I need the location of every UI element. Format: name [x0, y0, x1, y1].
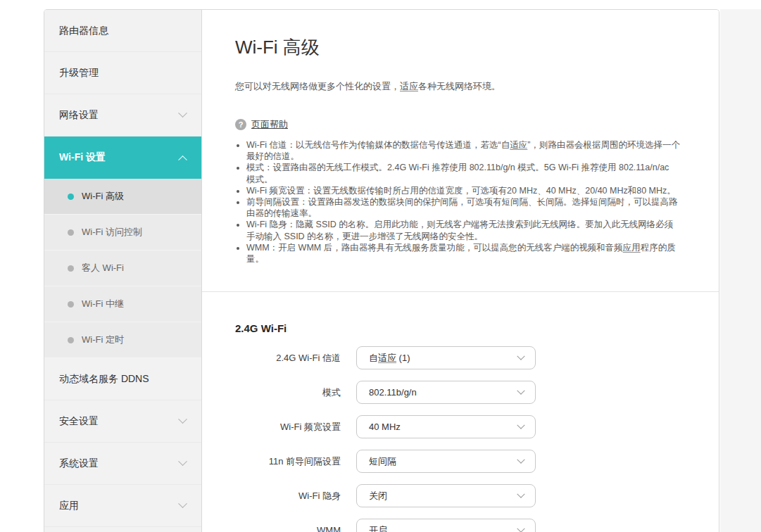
help-bullet: Wi-Fi 信道：以无线信号作为传输媒体的数据信号传送通道，若选“自适应”，则路…	[246, 139, 680, 162]
sidebar-item-label: 安全设置	[59, 415, 99, 428]
chevron-down-icon	[517, 421, 524, 429]
sidebar-item-label: 应用	[59, 500, 79, 512]
sidebar-subitem-wifi-advanced[interactable]: Wi-Fi 高级	[44, 179, 201, 215]
sidebar-item-label: 系统设置	[59, 457, 99, 470]
select-value: 40 MHz	[369, 422, 401, 432]
sidebar-subitem-wifi-repeater[interactable]: Wi-Fi 中继	[44, 286, 201, 322]
sidebar-item-network-settings[interactable]: 网络设置	[44, 94, 201, 137]
chevron-up-icon	[178, 155, 187, 164]
page-help: ? 页面帮助	[235, 118, 686, 131]
sidebar-subitem-label: Wi-Fi 高级	[82, 190, 124, 203]
field-label: Wi-Fi 频宽设置	[235, 421, 341, 433]
dot-icon	[68, 265, 74, 272]
active-dot-icon	[68, 194, 74, 200]
chevron-down-icon	[517, 490, 524, 498]
stealth-select[interactable]: 关闭	[356, 484, 536, 507]
chevron-down-icon	[517, 352, 524, 360]
sidebar: 路由器信息 升级管理 网络设置 Wi-Fi 设置 Wi-Fi 高级 Wi-Fi …	[44, 10, 202, 532]
sidebar-item-label: 动态域名服务 DDNS	[59, 373, 149, 386]
wifi-24g-section: 2.4G Wi-Fi 2.4G Wi-Fi 信道 自适应 (1) 模式 802.…	[202, 291, 719, 532]
chevron-down-icon	[178, 414, 187, 424]
chevron-down-icon	[517, 524, 524, 532]
help-bullet: Wi-Fi 频宽设置：设置无线数据传输时所占用的信道宽度，可选项有20 MHz、…	[246, 185, 680, 196]
field-row-channel: 2.4G Wi-Fi 信道 自适应 (1)	[235, 346, 686, 369]
help-bullet: 模式：设置路由器的无线工作模式。2.4G Wi-Fi 推荐使用 802.11b/…	[246, 162, 680, 184]
page-help-link[interactable]: 页面帮助	[251, 118, 288, 131]
sidebar-subitem-label: Wi-Fi 中继	[82, 298, 124, 310]
sidebar-subitem-guest-wifi[interactable]: 客人 Wi-Fi	[44, 251, 201, 286]
sidebar-subitem-wifi-access-control[interactable]: Wi-Fi 访问控制	[44, 215, 201, 251]
inline-term-link: 适应	[378, 353, 396, 363]
chevron-down-icon	[178, 499, 187, 508]
sidebar-item-label: 路由器信息	[59, 25, 108, 37]
chevron-down-icon	[178, 108, 187, 118]
select-value: 关闭	[369, 490, 387, 502]
wmm-select[interactable]: 开启	[356, 519, 536, 532]
sidebar-item-wifi-settings[interactable]: Wi-Fi 设置	[44, 137, 201, 179]
sidebar-item-label: Wi-Fi 设置	[59, 151, 106, 164]
field-row-stealth: Wi-Fi 隐身 关闭	[235, 484, 686, 507]
dot-icon	[68, 337, 74, 343]
select-value: 开启	[369, 524, 387, 532]
help-bullet-list: Wi-Fi 信道：以无线信号作为传输媒体的数据信号传送通道，若选“自适应”，则路…	[235, 139, 680, 265]
field-label: 11n 前导间隔设置	[235, 455, 341, 468]
sidebar-item-label: 升级管理	[59, 67, 99, 80]
sidebar-subitem-label: Wi-Fi 定时	[82, 334, 124, 346]
inline-term-link[interactable]: 应用	[623, 243, 641, 253]
sidebar-item-system-settings[interactable]: 系统设置	[44, 443, 201, 485]
field-row-guard-interval: 11n 前导间隔设置 短间隔	[235, 450, 686, 473]
sidebar-subitem-label: Wi-Fi 访问控制	[82, 226, 142, 239]
select-value: 短间隔	[369, 455, 396, 468]
channel-select[interactable]: 自适应 (1)	[356, 346, 536, 369]
field-row-bandwidth: Wi-Fi 频宽设置 40 MHz	[235, 415, 686, 438]
dot-icon	[68, 229, 74, 236]
page-title: Wi-Fi 高级	[235, 36, 686, 58]
field-row-wmm: WMM 开启	[235, 519, 686, 532]
dot-icon	[68, 301, 74, 308]
sidebar-item-applications[interactable]: 应用	[44, 485, 201, 527]
guard-interval-select[interactable]: 短间隔	[356, 450, 536, 473]
page-description: 您可以对无线网络做更多个性化的设置，适应各种无线网络环境。	[235, 80, 686, 93]
sidebar-item-upgrade[interactable]: 升级管理	[44, 52, 201, 94]
field-label: 2.4G Wi-Fi 信道	[235, 352, 341, 365]
field-label: Wi-Fi 隐身	[235, 490, 341, 502]
select-value: 802.11b/g/n	[369, 387, 417, 398]
sidebar-subitem-label: 客人 Wi-Fi	[82, 262, 124, 274]
help-icon: ?	[235, 119, 246, 130]
help-bullet: 前导间隔设置：设置路由器发送的数据块间的保护间隔，可选项有短间隔、长间隔。选择短…	[246, 196, 680, 219]
sidebar-item-ddns[interactable]: 动态域名服务 DDNS	[44, 358, 201, 400]
chevron-down-icon	[517, 386, 524, 394]
mode-select[interactable]: 802.11b/g/n	[356, 381, 536, 404]
select-value: 自适应 (1)	[369, 352, 410, 365]
chevron-down-icon	[517, 455, 524, 463]
sidebar-item-router-info[interactable]: 路由器信息	[44, 10, 201, 52]
field-row-mode: 模式 802.11b/g/n	[235, 381, 686, 404]
router-admin-panel: 路由器信息 升级管理 网络设置 Wi-Fi 设置 Wi-Fi 高级 Wi-Fi …	[44, 9, 719, 532]
help-bullet: Wi-Fi 隐身：隐藏 SSID 的名称。启用此功能，则无线客户端将无法搜索到此…	[246, 219, 680, 241]
inline-term-link[interactable]: 适应	[400, 81, 418, 91]
field-label: WMM	[235, 525, 341, 532]
chevron-down-icon	[178, 457, 187, 466]
bandwidth-select[interactable]: 40 MHz	[356, 415, 536, 438]
help-bullet: WMM：开启 WMM 后，路由器将具有无线服务质量功能，可以提高您的无线客户端的…	[246, 242, 680, 265]
sidebar-item-label: 网络设置	[59, 109, 99, 122]
sidebar-item-security-settings[interactable]: 安全设置	[44, 400, 201, 443]
inline-term-link[interactable]: 适应	[510, 140, 527, 150]
sidebar-subitem-wifi-timer[interactable]: Wi-Fi 定时	[44, 322, 201, 358]
page-background-gutter	[720, 9, 761, 532]
section-heading-24g: 2.4G Wi-Fi	[235, 322, 686, 334]
field-label: 模式	[235, 386, 341, 399]
main-content: Wi-Fi 高级 您可以对无线网络做更多个性化的设置，适应各种无线网络环境。 ?…	[202, 10, 719, 532]
